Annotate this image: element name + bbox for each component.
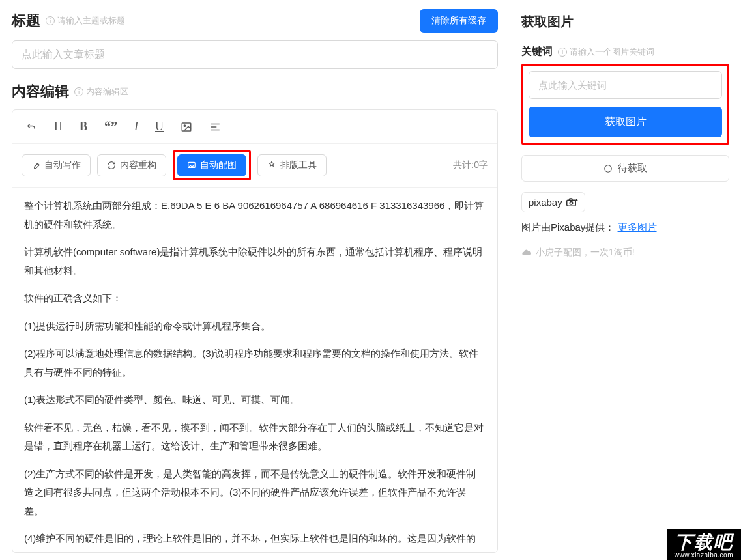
info-icon: i xyxy=(74,87,83,96)
paragraph: (2)生产方式不同的软件是开发，是人类智能的高发挥，而不是传统意义上的硬件制造。… xyxy=(24,465,486,521)
auto-image-button[interactable]: 自动配图 xyxy=(177,154,246,176)
keyword-label-group: 关键词 i 请输入一个图片关键词 xyxy=(521,45,729,59)
auto-write-button[interactable]: 自动写作 xyxy=(22,154,91,176)
paragraph: 软件看不见，无色，枯燥，看不见，摸不到，闻不到。软件大部分存在于人们的头脑或纸上… xyxy=(24,419,486,456)
bold-icon[interactable]: B xyxy=(76,117,91,136)
title-label: 标题 xyxy=(12,11,40,31)
watermark-text: 下载吧 xyxy=(675,533,733,552)
footer-note: 小虎子配图，一次1淘币! xyxy=(521,247,729,259)
paragraph: (4)维护不同的硬件是旧的，理论上软件是旧的，并不坏，但实际上软件也是旧的和坏的… xyxy=(24,529,486,552)
content-section-header: 内容编辑 i 内容编辑区 xyxy=(12,82,498,102)
format-toolbar: H B “” I U xyxy=(12,110,497,144)
keyword-highlight-box: 获取图片 xyxy=(521,64,729,145)
image-icon[interactable] xyxy=(177,119,196,135)
image-sidebar: 获取图片 关键词 i 请输入一个图片关键词 获取图片 待获取 pixabay 图… xyxy=(510,0,741,560)
info-icon: i xyxy=(558,48,567,57)
paragraph: (1)提供运行时所需功能和性能的命令或计算机程序集合。 xyxy=(24,317,486,336)
underline-icon[interactable]: U xyxy=(151,117,167,136)
italic-icon[interactable]: I xyxy=(130,117,142,136)
content-editor[interactable]: 整个计算机系统由两部分组成：E.69DA 5 E 6 BA 9062616964… xyxy=(12,188,497,552)
paragraph: (1)表达形式不同的硬件类型、颜色、味道、可见、可摸、可闻。 xyxy=(24,391,486,410)
keyword-label: 关键词 xyxy=(521,45,553,59)
auto-image-highlight: 自动配图 xyxy=(173,150,251,180)
svg-point-6 xyxy=(605,165,612,172)
keyword-input[interactable] xyxy=(529,71,722,99)
pending-status: 待获取 xyxy=(521,155,729,182)
fetch-image-button[interactable]: 获取图片 xyxy=(529,107,722,137)
sidebar-title: 获取图片 xyxy=(521,13,729,31)
undo-icon[interactable] xyxy=(22,119,41,135)
cloud-icon xyxy=(521,247,532,258)
circle-icon xyxy=(603,164,613,173)
title-hint: i 请输入主题或标题 xyxy=(46,15,125,27)
main-panel: 标题 i 请输入主题或标题 清除所有缓存 内容编辑 i 内容编辑区 xyxy=(0,0,510,560)
pixabay-badge: pixabay xyxy=(521,192,585,212)
watermark-url: www.xiazaiba.com xyxy=(675,552,733,559)
paragraph: 整个计算机系统由两部分组成：E.69DA 5 E 6 BA 9062616964… xyxy=(24,197,486,234)
title-label-group: 标题 i 请输入主题或标题 xyxy=(12,11,125,31)
heading-icon[interactable]: H xyxy=(50,117,66,136)
restructure-button[interactable]: 内容重构 xyxy=(97,154,166,176)
align-left-icon[interactable] xyxy=(205,119,225,135)
paragraph: 软件的正确含义如下： xyxy=(24,289,486,308)
camera-icon xyxy=(566,198,578,207)
quote-icon[interactable]: “” xyxy=(100,117,121,137)
action-buttons: 自动写作 内容重构 自动配图 排版工具 xyxy=(22,150,327,180)
content-label: 内容编辑 xyxy=(12,82,69,102)
content-hint: i 内容编辑区 xyxy=(74,86,128,98)
watermark: 下载吧 www.xiazaiba.com xyxy=(667,529,741,560)
title-section-header: 标题 i 请输入主题或标题 清除所有缓存 xyxy=(12,9,498,33)
keyword-hint: i 请输入一个图片关键词 xyxy=(558,46,654,58)
editor-box: H B “” I U 自动写作 内容重构 xyxy=(12,109,498,553)
action-toolbar: 自动写作 内容重构 自动配图 排版工具 xyxy=(12,144,497,188)
word-count: 共计:0字 xyxy=(453,160,488,171)
content-label-group: 内容编辑 i 内容编辑区 xyxy=(12,82,128,102)
layout-tool-button[interactable]: 排版工具 xyxy=(257,154,327,176)
clear-cache-button[interactable]: 清除所有缓存 xyxy=(420,9,498,33)
paragraph: 计算机软件(computer software)是指计算机系统中除硬件以外的所有… xyxy=(24,243,486,280)
svg-point-1 xyxy=(184,125,185,126)
svg-point-8 xyxy=(570,201,573,204)
article-title-input[interactable] xyxy=(12,40,498,69)
more-images-link[interactable]: 更多图片 xyxy=(618,221,657,232)
info-icon: i xyxy=(46,16,55,25)
svg-point-10 xyxy=(575,199,577,201)
provider-line: 图片由Pixabay提供： 更多图片 xyxy=(521,221,729,234)
paragraph: (2)程序可以满意地处理信息的数据结构。(3)说明程序功能要求和程序需要的文档的… xyxy=(24,344,486,382)
